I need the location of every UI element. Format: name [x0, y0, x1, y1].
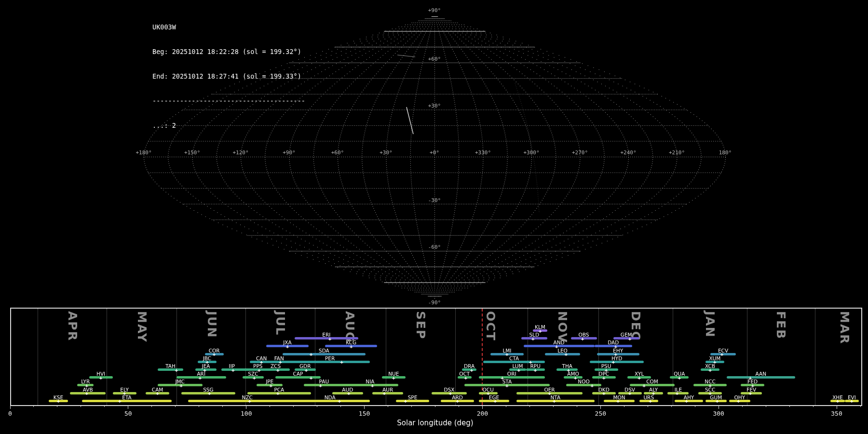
shower-peak-marker: +: [676, 391, 679, 396]
shower-label: ETA: [122, 395, 131, 400]
axis-tick: [860, 405, 861, 407]
shower-peak-marker: +: [305, 367, 308, 372]
map-lon-label: +300°: [523, 149, 539, 156]
axis-tick: [766, 405, 766, 407]
axis-tick: [10, 405, 11, 409]
shower-peak-marker: +: [494, 398, 497, 404]
shower-peak-marker: +: [602, 391, 606, 396]
axis-tick: [435, 405, 435, 407]
shower-peak-marker: +: [276, 367, 280, 372]
axis-tick: [81, 405, 81, 407]
shower-peak-marker: +: [248, 398, 251, 404]
shower-peak-marker: +: [231, 367, 235, 372]
axis-tick: [388, 405, 388, 407]
month-boundary-line: [673, 309, 673, 405]
axis-tick-label: 250: [595, 410, 606, 417]
axis-tick: [695, 405, 695, 407]
axis-tick: [459, 405, 459, 407]
map-lon-label: +30°: [380, 149, 393, 156]
shower-peak-marker: +: [642, 382, 646, 388]
meteor-count: ...: 2: [152, 122, 305, 130]
shower-peak-marker: +: [213, 352, 216, 357]
axis-tick: [789, 405, 790, 407]
axis-tick: [411, 405, 412, 407]
map-lon-label: +270°: [572, 149, 588, 156]
shower-peak-marker: +: [464, 375, 467, 380]
month-label: JUN: [205, 311, 219, 339]
axis-tick: [742, 405, 743, 407]
map-lon-label: +60°: [331, 149, 344, 156]
axis-tick: [624, 405, 624, 407]
month-boundary-line: [528, 309, 528, 405]
meteor-analysis-screen: { "info": { "station": "UK003W", "beg": …: [0, 0, 868, 434]
axis-tick: [317, 405, 317, 407]
month-label: MAY: [135, 311, 149, 343]
axis-tick: [199, 405, 199, 407]
shower-peak-marker: +: [602, 375, 606, 380]
shower-peak-marker: +: [649, 398, 652, 404]
axis-tick: [340, 405, 341, 407]
axis-tick-label: 100: [241, 410, 252, 417]
shower-peak-marker: +: [565, 352, 568, 357]
shower-label: TAH: [165, 364, 176, 368]
month-boundary-line: [107, 309, 107, 405]
month-boundary-line: [315, 309, 315, 405]
month-boundary-line: [455, 309, 456, 405]
shower-peak-marker: +: [850, 398, 854, 404]
axis-tick: [246, 405, 246, 409]
axis-tick: [104, 405, 105, 407]
shower-peak-marker: +: [371, 382, 374, 388]
shower-peak-marker: +: [118, 398, 122, 404]
session-begin: Beg: 20251012 18:22:28 (sol = 199.32°): [152, 48, 305, 56]
shower-peak-marker: +: [678, 375, 681, 380]
axis-tick-label: 200: [477, 410, 488, 417]
map-lon-label: +240°: [620, 149, 636, 156]
month-boundary-line: [176, 309, 177, 405]
shower-peak-marker: +: [338, 398, 341, 404]
axis-tick-label: 0: [8, 410, 12, 417]
map-lon-label: +0°: [430, 149, 439, 156]
axis-tick: [222, 405, 223, 407]
month-label: OCT: [484, 311, 498, 341]
axis-tick: [151, 405, 152, 407]
map-lat-label: +60°: [428, 56, 441, 62]
axis-tick: [482, 405, 483, 409]
shower-peak-marker: +: [253, 375, 256, 380]
shower-peak-marker: +: [708, 367, 712, 372]
shower-peak-marker: +: [628, 391, 632, 396]
shower-peak-marker: +: [611, 359, 615, 365]
axis-tick-label: 300: [713, 410, 724, 417]
map-lat-label: +30°: [428, 103, 441, 109]
axis-tick: [553, 405, 554, 407]
shower-label: AMO: [567, 371, 579, 376]
shower-peak-marker: +: [57, 398, 60, 404]
shower-peak-marker: +: [737, 398, 740, 404]
shower-label: PER: [325, 356, 335, 361]
x-axis-title: Solar longitude (deg): [10, 419, 860, 427]
axis-tick: [577, 405, 577, 407]
shower-peak-marker: +: [286, 343, 289, 349]
shower-peak-marker: +: [534, 367, 537, 372]
map-lat-label: -30°: [428, 197, 441, 203]
shower-peak-marker: +: [99, 375, 103, 380]
shower-label: ORI: [507, 371, 516, 376]
shower-peak-marker: +: [198, 375, 202, 380]
shower-peak-marker: +: [836, 398, 840, 404]
month-label: APR: [66, 311, 80, 341]
axis-tick: [837, 405, 837, 409]
map-lat-label: -60°: [428, 244, 441, 250]
axis-tick: [600, 405, 601, 409]
map-lat-label: -90°: [428, 299, 441, 306]
map-lon-label: +210°: [669, 149, 685, 156]
shower-peak-marker: +: [531, 336, 535, 341]
station-info: UK003W Beg: 20251012 18:22:28 (sol = 199…: [152, 7, 305, 138]
shower-label: AAN: [756, 371, 767, 376]
map-lat-label: +90°: [428, 7, 441, 14]
shower-peak-marker: +: [581, 336, 584, 341]
shower-peak-marker: +: [720, 352, 724, 357]
shower-peak-marker: +: [685, 398, 688, 404]
map-lon-label: +90°: [283, 149, 296, 156]
axis-tick: [128, 405, 128, 409]
month-boundary-line: [245, 309, 246, 405]
shower-peak-marker: +: [208, 391, 211, 396]
